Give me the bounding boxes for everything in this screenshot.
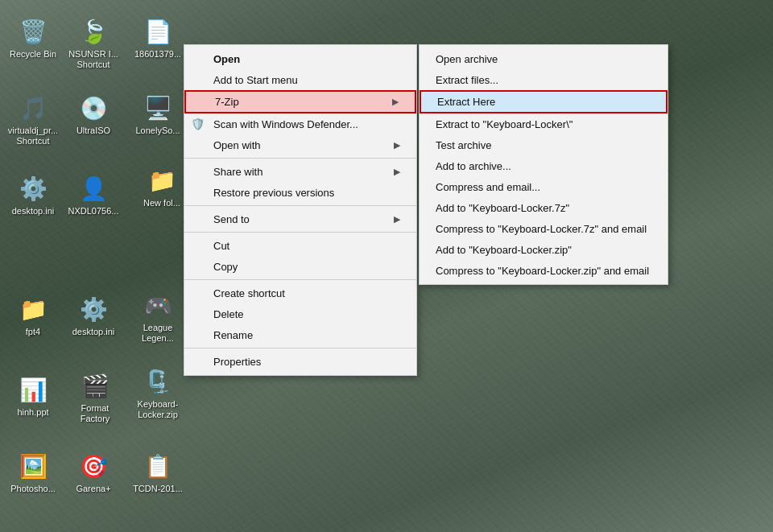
desktop-icon-nxdl0756[interactable]: 👤 NXDL0756...	[64, 169, 122, 220]
submenu-label-add-7z: Add to "Keyboard-Locker.7z"	[436, 202, 569, 214]
submenu-item-add-zip[interactable]: Add to "Keyboard-Locker.zip"	[420, 239, 668, 260]
context-menu-item-copy[interactable]: Copy	[184, 256, 416, 277]
separator-after-copy	[184, 279, 416, 280]
submenu-7zip: Open archiveExtract files...Extract Here…	[419, 44, 668, 285]
menu-label-open-with: Open with	[213, 139, 261, 151]
icon-label-photosho: Photosho...	[10, 484, 56, 494]
desktop-icon-league-legen[interactable]: 🎮 League Legen...	[129, 286, 187, 347]
submenu-arrow-send-to: ▶	[394, 214, 400, 225]
submenu-item-compress-7z-email[interactable]: Compress to "Keyboard-Locker.7z" and ema…	[420, 218, 668, 239]
icon-image-format-factory: 🎬	[79, 369, 111, 402]
submenu-item-extract-here[interactable]: Extract Here	[420, 90, 668, 113]
submenu-label-add-archive: Add to archive...	[436, 160, 511, 172]
context-menu-item-add-start[interactable]: Add to Start menu	[184, 69, 416, 90]
menu-label-restore: Restore previous versions	[213, 187, 334, 199]
desktop-icon-virtualdj[interactable]: 🎵 virtualdj_pr... Shortcut	[4, 89, 62, 150]
menu-icon-scan: 🛡️	[191, 118, 205, 130]
desktop-icon-fpt4[interactable]: 📁 fpt4	[4, 290, 62, 340]
icon-image-desktop-ini: ⚙️	[17, 172, 49, 204]
submenu-arrow-open-with: ▶	[394, 140, 400, 151]
submenu-item-compress-email[interactable]: Compress and email...	[420, 176, 668, 197]
desktop-icon-format-factory[interactable]: 🎬 Format Factory	[66, 366, 124, 427]
desktop-icon-photosho[interactable]: 🖼️ Photosho...	[4, 447, 62, 497]
desktop-icon-lonelyso[interactable]: 🖥️ LonelySo...	[129, 89, 187, 139]
submenu-item-add-archive[interactable]: Add to archive...	[420, 155, 668, 176]
submenu-item-test-archive[interactable]: Test archive	[420, 134, 668, 155]
context-menu: OpenAdd to Start menu7-Zip▶🛡️Scan with W…	[184, 44, 417, 376]
menu-label-share-with: Share with	[213, 166, 262, 178]
submenu-item-extract-files[interactable]: Extract files...	[420, 69, 668, 90]
icon-label-desktop-ini: desktop.ini	[12, 206, 55, 217]
menu-label-rename: Rename	[213, 329, 253, 341]
context-menu-item-7zip[interactable]: 7-Zip▶	[184, 90, 416, 113]
submenu-label-extract-to: Extract to "Keyboard-Locker\"	[436, 118, 573, 130]
submenu-label-extract-here: Extract Here	[437, 96, 495, 108]
context-menu-item-rename[interactable]: Rename	[184, 324, 416, 345]
menu-label-cut: Cut	[213, 240, 229, 252]
submenu-label-compress-7z-email: Compress to "Keyboard-Locker.7z" and ema…	[436, 223, 647, 235]
desktop-icon-garena[interactable]: 🎯 Garena+	[64, 447, 122, 497]
icon-image-tcdn: 📋	[142, 450, 174, 482]
context-menu-item-open[interactable]: Open	[184, 48, 416, 69]
icon-image-ultraiso: 💿	[77, 92, 110, 124]
desktop-icon-hinh-ppt[interactable]: 📊 hinh.ppt	[4, 370, 62, 421]
separator-after-open-with	[184, 158, 416, 159]
submenu-item-extract-to[interactable]: Extract to "Keyboard-Locker\"	[420, 113, 668, 134]
icon-image-nxdl0756: 👤	[77, 172, 110, 204]
menu-label-scan: Scan with Windows Defender...	[213, 118, 358, 130]
icon-label-keyboard-locker: Keyboard-Locker.zip	[132, 399, 184, 420]
context-menu-item-properties[interactable]: Properties	[184, 351, 416, 372]
icon-label-virtualdj: virtualdj_pr... Shortcut	[7, 126, 59, 146]
submenu-arrow-share-with: ▶	[394, 167, 400, 177]
submenu-label-add-zip: Add to "Keyboard-Locker.zip"	[436, 244, 572, 256]
icon-label-nxdl0756: NXDL0756...	[68, 206, 119, 217]
icon-label-league-legen: League Legen...	[132, 323, 184, 344]
icon-label-garena: Garena+	[76, 484, 110, 494]
icon-label-lonelyso: LonelySo...	[135, 126, 180, 136]
icon-label-desktop-ini2: desktop.ini	[72, 327, 115, 337]
icon-label-recycle-bin: Recycle Bin	[10, 49, 56, 60]
context-menu-item-send-to[interactable]: Send to▶	[184, 208, 416, 229]
submenu-item-compress-zip-email[interactable]: Compress to "Keyboard-Locker.zip" and em…	[420, 260, 668, 281]
icon-label-hinh-ppt: hinh.ppt	[17, 407, 48, 418]
separator-after-restore	[184, 205, 416, 206]
icon-image-recycle-bin: 🗑️	[17, 15, 49, 47]
context-menu-item-scan[interactable]: 🛡️Scan with Windows Defender...	[184, 113, 416, 134]
context-menu-item-create-shortcut[interactable]: Create shortcut	[184, 282, 416, 303]
desktop-icon-recycle-bin[interactable]: 🗑️ Recycle Bin	[4, 12, 62, 63]
submenu-item-add-7z[interactable]: Add to "Keyboard-Locker.7z"	[420, 197, 668, 218]
submenu-label-open-archive: Open archive	[436, 53, 498, 65]
context-menu-item-cut[interactable]: Cut	[184, 235, 416, 256]
desktop-icon-nsunsr[interactable]: 🍃 NSUNSR I... Shortcut	[64, 12, 122, 73]
icon-image-photosho: 🖼️	[17, 450, 49, 482]
submenu-arrow-7zip: ▶	[392, 97, 399, 107]
desktop-icon-ultraiso[interactable]: 💿 UltraISO	[64, 89, 122, 139]
context-menu-item-delete[interactable]: Delete	[184, 303, 416, 324]
icon-image-desktop-ini2: ⚙️	[77, 293, 110, 325]
desktop-icon-desktop-ini[interactable]: ⚙️ desktop.ini	[4, 169, 62, 220]
icon-label-new-fol: New fol...	[143, 198, 180, 208]
submenu-label-extract-files: Extract files...	[436, 74, 498, 86]
icon-label-tcdn: TCDN-201...	[133, 484, 183, 494]
separator-after-rename	[184, 348, 416, 348]
desktop-icon-tcdn[interactable]: 📋 TCDN-201...	[129, 447, 187, 497]
menu-label-properties: Properties	[213, 356, 261, 368]
desktop-background: 🗑️ Recycle Bin 🍃 NSUNSR I... Shortcut 📄 …	[0, 0, 773, 532]
submenu-label-compress-email: Compress and email...	[436, 181, 540, 193]
icon-image-fpt4: 📁	[17, 293, 49, 325]
icon-image-lonelyso: 🖥️	[142, 92, 174, 124]
context-menu-item-restore[interactable]: Restore previous versions	[184, 182, 416, 203]
context-menu-item-share-with[interactable]: Share with▶	[184, 161, 416, 182]
icon-image-league-legen: 🎮	[142, 289, 174, 321]
menu-label-add-start: Add to Start menu	[213, 74, 298, 86]
submenu-item-open-archive[interactable]: Open archive	[420, 48, 668, 69]
menu-label-delete: Delete	[213, 308, 244, 320]
icon-image-hinh-ppt: 📊	[17, 373, 49, 406]
context-menu-item-open-with[interactable]: Open with▶	[184, 134, 416, 155]
icon-label-fpt4: fpt4	[26, 327, 40, 337]
desktop-icon-new-fol[interactable]: 📁 New fol...	[133, 161, 191, 212]
icon-image-keyboard-locker: 🗜️	[142, 365, 174, 398]
desktop-icon-desktop-ini2[interactable]: ⚙️ desktop.ini	[64, 290, 122, 340]
desktop-icon-18601379[interactable]: 📄 18601379...	[129, 12, 187, 63]
desktop-icon-keyboard-locker[interactable]: 🗜️ Keyboard-Locker.zip	[129, 362, 187, 423]
